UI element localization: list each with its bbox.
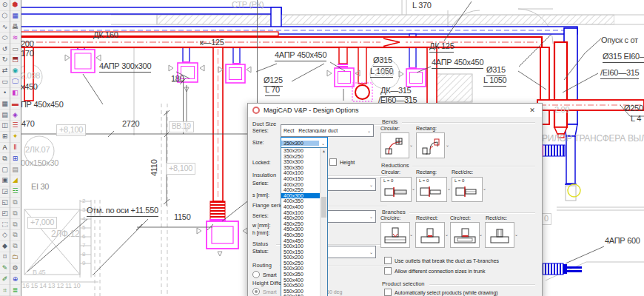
tool-icon[interactable]: ▤ bbox=[0, 110, 10, 121]
size-option[interactable]: 500x200 bbox=[281, 255, 320, 260]
tool-icon[interactable]: ≋ bbox=[10, 33, 20, 44]
tool-icon[interactable]: ◱ bbox=[0, 198, 10, 209]
auto-select-products-checkbox[interactable]: Automatically select products (while dra… bbox=[384, 289, 498, 296]
tool-icon[interactable]: Ⅱ bbox=[10, 143, 20, 154]
tool-icon[interactable]: ▦ bbox=[10, 11, 20, 22]
tool-icon[interactable]: ◈ bbox=[10, 110, 20, 121]
tool-icon[interactable]: ⧉ bbox=[10, 241, 20, 252]
chevron-down-icon[interactable]: ⌄ bbox=[447, 186, 451, 191]
tool-icon[interactable]: ⊕ bbox=[10, 274, 20, 285]
tool-icon[interactable]: ◧ bbox=[10, 88, 20, 99]
scrollbar-thumb[interactable] bbox=[321, 197, 326, 218]
size-option[interactable]: 500x300 bbox=[281, 266, 320, 272]
tool-icon[interactable]: ⧉ bbox=[10, 230, 20, 241]
size-option[interactable]: 500x500 bbox=[281, 283, 320, 289]
tool-icon[interactable]: ⬒ bbox=[10, 55, 20, 66]
tool-icon[interactable]: 🗀 bbox=[10, 252, 20, 263]
size-option[interactable]: 550x300 bbox=[281, 289, 320, 295]
dropdown-scrollbar[interactable]: ▲ bbox=[320, 148, 327, 296]
size-option[interactable]: 450x350 bbox=[281, 232, 320, 238]
size-option[interactable]: 450x300 bbox=[281, 226, 320, 232]
chevron-down-icon[interactable]: ⌄ bbox=[409, 142, 413, 147]
tool-icon[interactable]: A bbox=[0, 143, 10, 154]
tool-icon[interactable]: ▭ bbox=[0, 77, 10, 88]
chevron-down-icon[interactable]: ⌄ bbox=[412, 186, 415, 191]
tool-icon[interactable]: ▭ bbox=[10, 44, 20, 55]
size-option[interactable]: 400x300 bbox=[281, 193, 320, 199]
size-option[interactable]: 500x350 bbox=[281, 272, 320, 278]
tool-icon[interactable]: ◉ bbox=[10, 66, 20, 77]
tool-icon[interactable]: ⊙ bbox=[0, 0, 10, 11]
tool-icon[interactable]: ∿ bbox=[0, 22, 10, 33]
size-option[interactable]: 400x100 bbox=[281, 170, 320, 176]
size-option[interactable]: 350x300 bbox=[281, 159, 320, 165]
tool-icon[interactable]: ⌗ bbox=[0, 285, 10, 296]
connection-sizes-checkbox[interactable]: Allow different connection sizes in trun… bbox=[384, 267, 485, 275]
chevron-down-icon[interactable]: ⌄ bbox=[483, 186, 486, 191]
size-option[interactable]: 500x250 bbox=[281, 260, 320, 266]
chevron-down-icon[interactable]: ⌄ bbox=[514, 232, 518, 237]
size-option[interactable]: 500x400 bbox=[281, 278, 320, 283]
size-option[interactable]: 400x350 bbox=[281, 198, 320, 204]
tool-icon[interactable]: ⧉ bbox=[10, 208, 20, 219]
tool-icon[interactable]: ▣ bbox=[0, 175, 10, 186]
duct-series-combo[interactable]: Rect Rectangular duct ⌄ bbox=[281, 124, 374, 137]
size-option[interactable]: 400x400 bbox=[281, 204, 320, 210]
tool-icon[interactable]: ⬭ bbox=[0, 33, 10, 44]
size-option[interactable]: 400x200 bbox=[281, 182, 320, 188]
chevron-down-icon[interactable]: ⌄ bbox=[479, 232, 483, 237]
chevron-down-icon[interactable]: ⌄ bbox=[446, 142, 449, 147]
tool-icon[interactable]: ☰ bbox=[10, 121, 20, 132]
size-option[interactable]: 450x200 bbox=[281, 215, 320, 221]
size-option[interactable]: 450x100 bbox=[281, 210, 320, 216]
tool-icon[interactable]: ⊞ bbox=[0, 132, 10, 143]
tool-icon[interactable]: ⊞ bbox=[10, 153, 20, 164]
tool-icon[interactable]: ⬚ bbox=[0, 219, 10, 230]
tool-icon[interactable]: ◇ bbox=[0, 230, 10, 241]
chevron-down-icon[interactable]: ⌄ bbox=[409, 232, 413, 237]
tool-icon[interactable]: ◆ bbox=[0, 241, 10, 252]
dialog-titlebar[interactable]: MagiCAD V&P - Design Options bbox=[248, 104, 542, 117]
tool-icon[interactable]: ▢ bbox=[0, 164, 10, 175]
routing-smart-radio[interactable]: Smart bbox=[252, 271, 277, 278]
tool-icon[interactable]: ◰ bbox=[0, 208, 10, 219]
tool-icon[interactable]: ✎ bbox=[0, 263, 10, 275]
tool-icon[interactable]: ⬢ bbox=[10, 0, 20, 11]
bend-circular-selector[interactable] bbox=[380, 132, 409, 158]
tool-icon[interactable]: ✐ bbox=[0, 274, 10, 285]
size-option[interactable]: 400x150 bbox=[281, 176, 320, 182]
tool-icon[interactable]: ⬡ bbox=[0, 11, 10, 22]
height-lock-checkbox[interactable]: Height bbox=[329, 158, 355, 166]
size-option[interactable]: 450x250 bbox=[281, 221, 320, 227]
tool-icon[interactable]: ↻ bbox=[0, 55, 10, 66]
tool-icon[interactable]: ▬ bbox=[10, 98, 20, 110]
t-branch-checkbox[interactable]: Use outlets that break the duct as T-bra… bbox=[384, 257, 499, 264]
tool-icon[interactable]: 🖵 bbox=[10, 77, 20, 88]
height-diff-smart-radio[interactable]: Smart bbox=[252, 288, 277, 295]
scroll-up-icon[interactable]: ▲ bbox=[321, 148, 327, 155]
branch-circ-circ-selector[interactable] bbox=[380, 222, 410, 248]
tool-icon[interactable]: ⧉ bbox=[10, 198, 20, 209]
size-option[interactable]: 350x350 bbox=[281, 165, 320, 171]
size-option[interactable]: 350x200 bbox=[281, 148, 320, 154]
tool-icon[interactable]: • bbox=[0, 88, 10, 99]
chevron-down-icon[interactable]: ⌄ bbox=[445, 232, 449, 237]
size-option[interactable]: 450x450 bbox=[281, 238, 320, 244]
tool-icon[interactable]: ⧉ bbox=[10, 219, 20, 230]
size-option[interactable]: 500x100 bbox=[281, 243, 320, 249]
tool-icon[interactable]: ▦ bbox=[0, 98, 10, 110]
tool-icon[interactable]: ⇄ bbox=[0, 66, 10, 77]
tool-icon[interactable]: ⌑ bbox=[0, 252, 10, 263]
branch-rect-rect-selector[interactable] bbox=[415, 222, 445, 248]
tool-icon[interactable]: ☲ bbox=[10, 186, 20, 198]
bend-rectang-selector[interactable] bbox=[416, 132, 445, 158]
tool-icon[interactable]: ↺ bbox=[0, 44, 10, 55]
tool-icon[interactable]: 🖶 bbox=[10, 22, 20, 33]
close-icon[interactable]: ✕ bbox=[523, 104, 542, 117]
tool-icon[interactable]: ⚙ bbox=[10, 263, 20, 275]
size-option[interactable]: 350x250 bbox=[281, 154, 320, 160]
tool-icon[interactable]: ◫ bbox=[0, 121, 10, 132]
tool-icon[interactable]: ⧉ bbox=[0, 153, 10, 164]
branch-rect-circ-selector[interactable] bbox=[485, 222, 514, 248]
tool-icon[interactable]: ▤ bbox=[10, 164, 20, 175]
